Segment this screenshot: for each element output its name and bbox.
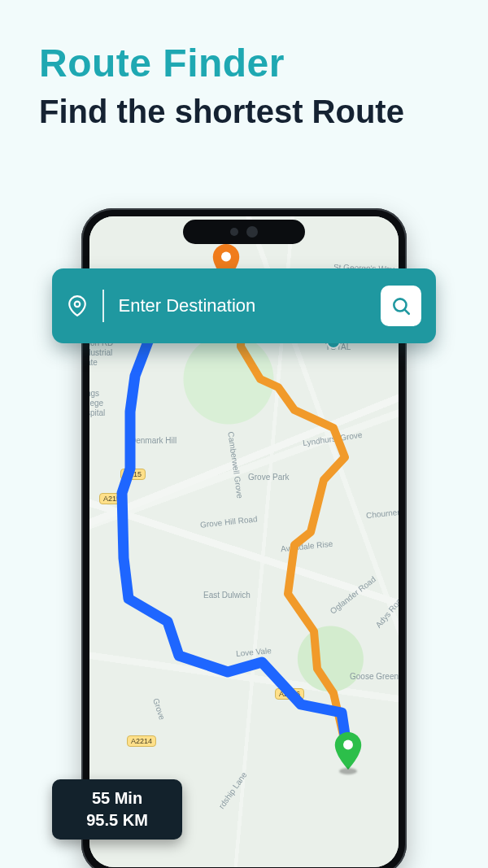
promo-page: Route Finder Find the shortest Route Bur…	[0, 0, 488, 868]
route-duration: 55 Min	[73, 789, 161, 808]
phone-notch	[183, 220, 305, 244]
svg-point-2	[75, 302, 81, 308]
page-title: Route Finder	[39, 41, 449, 85]
divider	[102, 290, 104, 322]
destination-input[interactable]: Enter Destination	[119, 295, 381, 316]
hero: Route Finder Find the shortest Route	[0, 0, 488, 130]
search-button[interactable]	[381, 286, 421, 326]
route-stats-chip: 55 Min 95.5 KM	[52, 779, 182, 840]
route-distance: 95.5 KM	[73, 811, 161, 830]
location-pin-icon	[67, 295, 88, 316]
search-icon	[390, 295, 412, 316]
svg-line-4	[405, 310, 409, 314]
destination-search-bar[interactable]: Enter Destination	[52, 268, 436, 343]
page-subtitle: Find the shortest Route	[39, 94, 449, 130]
